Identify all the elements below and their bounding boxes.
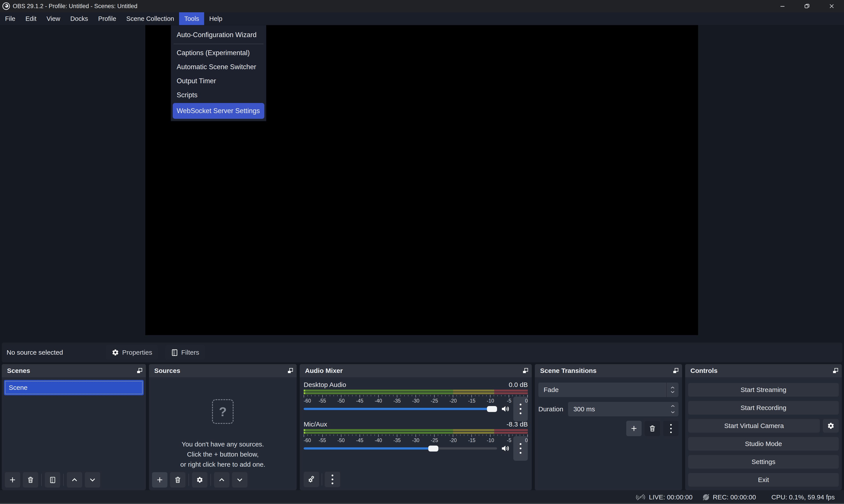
menu-edit[interactable]: Edit [20, 12, 41, 25]
volume-slider[interactable] [304, 406, 497, 412]
menu-profile[interactable]: Profile [93, 12, 121, 25]
toolbar-separator [189, 474, 189, 486]
mixer-channel-mic-aux: Mic/Aux -8.3 dB -60 -55 -50 -45 -40 -35 … [304, 420, 528, 454]
properties-button[interactable]: Properties [106, 345, 158, 360]
popout-icon[interactable] [523, 368, 528, 374]
menu-view[interactable]: View [41, 12, 65, 25]
popout-icon[interactable] [287, 368, 293, 374]
scenes-toolbar [5, 472, 100, 488]
move-source-up-button[interactable] [214, 472, 229, 488]
audio-mixer-header: Audio Mixer [300, 364, 532, 377]
menu-bar: File Edit View Docks Profile Scene Colle… [0, 12, 844, 25]
menu-file[interactable]: File [0, 12, 20, 25]
scene-transitions-dock: Scene Transitions Fade Duration 300 ms [535, 364, 682, 490]
scene-list-item-selected[interactable]: Scene [4, 380, 144, 395]
add-transition-button[interactable] [626, 421, 641, 436]
channel-level-db: 0.0 dB [509, 381, 528, 389]
move-source-down-button[interactable] [232, 472, 247, 488]
meter-tick-marks [304, 395, 528, 397]
volume-slider-handle[interactable] [487, 406, 497, 412]
live-status: LIVE: 00:00:00 [635, 493, 692, 501]
sources-dock: Sources ? You don't have any sources. Cl… [149, 364, 297, 490]
question-icon: ? [212, 399, 233, 424]
source-status-text: No source selected [2, 349, 103, 356]
remove-source-button[interactable] [170, 472, 186, 488]
close-button[interactable] [820, 0, 844, 12]
scene-filters-button[interactable] [45, 472, 60, 488]
minimize-button[interactable] [770, 0, 795, 12]
duration-value: 300 ms [573, 406, 595, 413]
transition-select[interactable]: Fade [538, 382, 679, 397]
toolbar-separator [211, 474, 211, 486]
source-properties-button[interactable] [192, 472, 207, 488]
advanced-audio-properties-button[interactable] [304, 472, 319, 487]
properties-label: Properties [122, 349, 152, 356]
filters-label: Filters [181, 349, 199, 356]
add-scene-button[interactable] [5, 472, 20, 488]
restore-button[interactable] [795, 0, 820, 12]
menu-scene-collection[interactable]: Scene Collection [121, 12, 179, 25]
remove-scene-button[interactable] [23, 472, 38, 488]
spinbox-arrows[interactable] [671, 402, 675, 416]
start-streaming-button[interactable]: Start Streaming [688, 383, 839, 397]
gear-icon [112, 349, 119, 356]
transition-properties-kebab-button[interactable] [663, 421, 679, 436]
popout-icon[interactable] [673, 368, 679, 374]
toolbar-separator [322, 473, 322, 486]
popout-icon[interactable] [832, 368, 838, 374]
mixer-menu-kebab-button[interactable] [325, 472, 340, 487]
studio-mode-button[interactable]: Studio Mode [688, 437, 839, 451]
popout-icon[interactable] [137, 368, 142, 374]
remove-transition-button[interactable] [645, 421, 660, 436]
tools-dropdown-menu: Auto-Configuration Wizard Captions (Expe… [171, 25, 266, 121]
menu-item-captions[interactable]: Captions (Experimental) [171, 46, 266, 60]
virtual-camera-settings-button[interactable] [823, 419, 839, 433]
exit-button[interactable]: Exit [688, 473, 839, 487]
duration-label: Duration [538, 406, 563, 413]
transition-buttons [538, 421, 679, 436]
settings-button[interactable]: Settings [688, 455, 839, 469]
menu-item-websocket-server-settings[interactable]: WebSocket Server Settings [173, 103, 264, 119]
sources-empty-text: You don't have any sources. Click the + … [180, 439, 265, 469]
channel-name: Desktop Audio [304, 381, 509, 389]
move-scene-down-button[interactable] [85, 472, 100, 488]
menu-docks[interactable]: Docks [65, 12, 93, 25]
menu-item-automatic-scene-switcher[interactable]: Automatic Scene Switcher [171, 60, 266, 74]
window-controls [770, 0, 844, 12]
speaker-icon[interactable] [500, 404, 510, 414]
filter-icon [171, 349, 178, 356]
duration-spinbox[interactable]: 300 ms [568, 402, 679, 416]
speaker-icon[interactable] [500, 444, 510, 453]
window-title: OBS 29.1.2 - Profile: Untitled - Scenes:… [13, 3, 137, 10]
scene-name: Scene [9, 384, 28, 391]
title-bar: OBS 29.1.2 - Profile: Untitled - Scenes:… [0, 0, 844, 12]
sources-dock-header: Sources [149, 364, 297, 377]
cpu-fps-stats: CPU: 0.1%, 59.94 fps [772, 493, 835, 501]
toolbar-separator [41, 474, 42, 486]
menu-item-auto-configuration-wizard[interactable]: Auto-Configuration Wizard [171, 28, 266, 42]
live-signal-off-icon [635, 493, 646, 501]
sources-empty-state: ? You don't have any sources. Click the … [149, 399, 297, 469]
obs-logo-icon [2, 2, 10, 10]
menu-item-output-timer[interactable]: Output Timer [171, 74, 266, 88]
add-source-button[interactable] [152, 472, 168, 488]
live-time: LIVE: 00:00:00 [649, 493, 692, 501]
filters-button[interactable]: Filters [165, 345, 205, 360]
status-bar: LIVE: 00:00:00 REC: 00:00:00 CPU: 0.1%, … [0, 490, 844, 504]
start-recording-button[interactable]: Start Recording [688, 401, 839, 415]
rec-time: REC: 00:00:00 [713, 493, 756, 501]
menu-tools[interactable]: Tools [179, 12, 204, 25]
move-scene-up-button[interactable] [67, 472, 82, 488]
select-spinner-arrows[interactable] [666, 382, 679, 397]
volume-slider-handle[interactable] [428, 446, 438, 451]
meter-scale-labels: -60 -55 -50 -45 -40 -35 -30 -25 -20 -15 … [304, 398, 528, 403]
rec-status: REC: 00:00:00 [702, 493, 756, 501]
audio-mixer-dock: Audio Mixer Desktop Audio 0.0 dB -60 -55 [300, 364, 532, 490]
toolbar-separator [63, 474, 64, 486]
start-virtual-camera-button[interactable]: Start Virtual Camera [688, 419, 820, 433]
menu-help[interactable]: Help [204, 12, 227, 25]
source-context-toolbar: No source selected Properties Filters [2, 343, 842, 362]
menu-separator [174, 44, 263, 44]
volume-slider[interactable] [304, 446, 497, 451]
menu-item-scripts[interactable]: Scripts [171, 88, 266, 102]
